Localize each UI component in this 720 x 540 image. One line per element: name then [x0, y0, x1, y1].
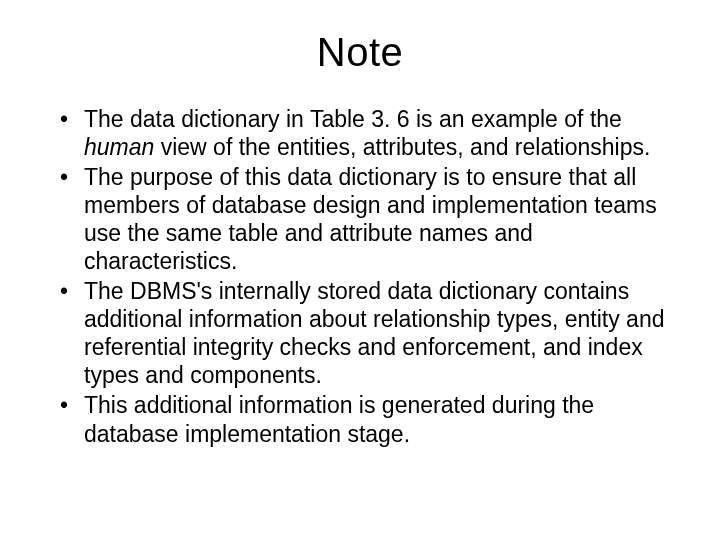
slide: Note The data dictionary in Table 3. 6 i…: [0, 0, 720, 540]
bullet-text-post: view of the entities, attributes, and re…: [154, 134, 650, 160]
list-item: The purpose of this data dictionary is t…: [60, 163, 670, 275]
list-item: The DBMS's internally stored data dictio…: [60, 277, 670, 389]
list-item: The data dictionary in Table 3. 6 is an …: [60, 105, 670, 161]
bullet-text-pre: The data dictionary in Table 3. 6 is an …: [84, 106, 622, 132]
bullet-text-em: human: [84, 134, 154, 160]
bullet-text-pre: This additional information is generated…: [84, 392, 594, 446]
bullet-text-pre: The DBMS's internally stored data dictio…: [84, 278, 664, 388]
slide-title: Note: [40, 30, 680, 75]
list-item: This additional information is generated…: [60, 391, 670, 447]
bullet-text-pre: The purpose of this data dictionary is t…: [84, 164, 657, 274]
bullet-list: The data dictionary in Table 3. 6 is an …: [40, 105, 680, 448]
